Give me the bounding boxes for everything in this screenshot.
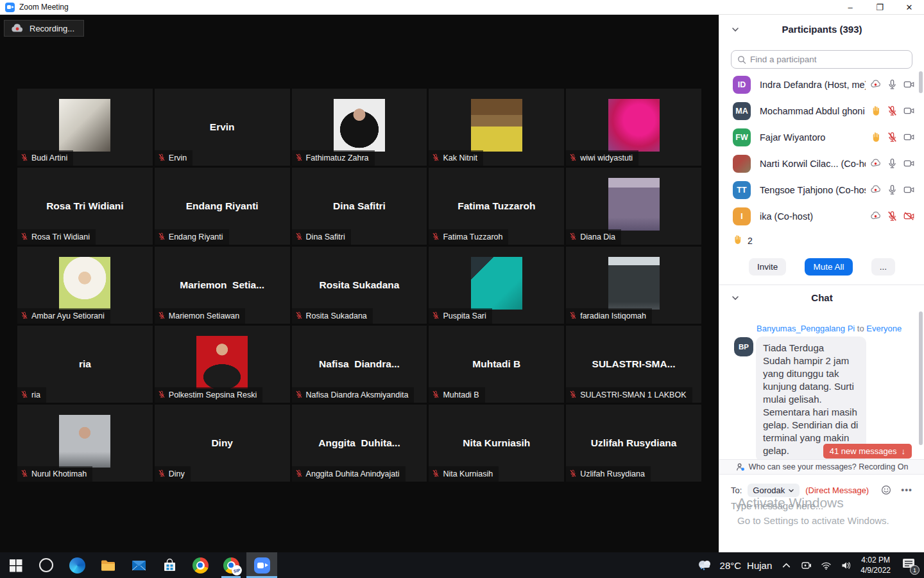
recording-indicator-button[interactable]: Recording... [4,20,84,37]
tray-chevron-up-icon[interactable] [781,560,792,571]
video-tile[interactable]: Rosa Tri WidianiRosa Tri Widiani [17,168,153,245]
video-tile[interactable]: ErvinErvin [155,89,290,166]
tile-name-text: Budi Artini [31,153,67,162]
speaker-icon[interactable] [841,560,851,571]
participant-display-name: Ervin [155,121,290,133]
participant-row[interactable]: Narti Korwil Cilac... (Co-host) [719,150,924,177]
chrome-icon [193,557,209,574]
participant-display-name: Fatima Tuzzaroh [429,200,564,212]
compose-more-icon[interactable]: ••• [901,485,912,495]
tile-name-label: Puspita Sari [429,308,492,324]
file-explorer-button[interactable] [92,552,123,578]
tile-name-text: Kak Nitnit [443,153,477,162]
mute-all-button[interactable]: Mute All [805,258,852,276]
video-tile[interactable]: Kak Nitnit [429,89,564,166]
video-tile[interactable]: Budi Artini [17,89,153,166]
cortana-button[interactable] [31,552,62,578]
recipient-dropdown[interactable]: Gorodak [748,484,800,497]
start-button[interactable] [0,552,31,578]
minimize-button[interactable]: – [835,0,865,14]
chat-sender-avatar: BP [734,337,753,356]
tile-name-label: Anggita Duhita Anindyajati [292,466,406,482]
participant-row[interactable]: FWFajar Wiyantoro [719,124,924,150]
action-center-button[interactable]: 1 [902,558,915,572]
direct-message-note: (Direct Message) [805,486,869,495]
participant-display-name: Nafisa Diandra... [292,358,427,370]
clock-widget[interactable]: 4:02 PM 4/9/2022 [860,555,891,575]
chat-panel-title: Chat [719,292,924,303]
video-tile[interactable]: Uzlifah RusydianaUzlifah Rusydiana [566,405,701,482]
video-tile[interactable]: SULASTRI-SMA...SULASTRI-SMAN 1 LAKBOK [566,326,701,403]
search-input[interactable] [750,55,906,64]
weather-widget[interactable]: 28°C Hujan [696,558,773,572]
tile-name-text: faradian Istiqomah [580,311,646,320]
close-button[interactable]: ✕ [894,0,924,14]
video-tile[interactable]: Fatima TuzzarohFatima Tuzzaroh [429,168,564,245]
invite-button[interactable]: Invite [749,258,786,276]
meet-now-icon[interactable] [801,560,812,571]
tile-name-label: wiwi widyastuti [566,150,638,166]
chrome-button[interactable] [185,552,216,578]
video-tile[interactable]: riaria [17,326,153,403]
camera-on-icon[interactable] [903,79,914,91]
mic-on-icon[interactable] [886,184,898,196]
video-tile[interactable]: Puspita Sari [429,247,564,324]
right-sidebar: Participants (393) IDIndra Defandra (Hos… [719,15,924,552]
tile-name-label: Dina Safitri [292,229,351,245]
video-tile[interactable]: DinyDiny [155,405,290,482]
new-messages-badge[interactable]: 41 new messages ↓ [823,444,912,459]
participants-more-button[interactable]: ... [871,258,895,276]
video-tile[interactable]: Anggita Duhita...Anggita Duhita Anindyaj… [292,405,427,482]
camera-on-icon[interactable] [903,105,914,117]
participants-collapse-chevron-icon[interactable] [731,25,740,34]
chrome-sip-button[interactable]: SIP [216,552,246,578]
edge-button[interactable] [62,552,92,578]
camera-on-icon[interactable] [903,158,914,170]
wifi-icon[interactable] [821,560,832,571]
participant-display-name: Anggita Duhita... [292,437,427,449]
participant-row[interactable]: MAMochammad Abdul ghoni [719,98,924,124]
mic-muted-icon [432,468,440,480]
chat-scrollbar[interactable] [919,311,923,445]
mic-muted-icon[interactable] [886,211,898,222]
mic-on-icon[interactable] [886,79,898,91]
video-tile[interactable]: faradian Istiqomah [566,247,701,324]
video-tile[interactable]: Ambar Ayu Setiorani [17,247,153,324]
video-tile[interactable]: Polkestim Sepsina Reski [155,326,290,403]
tile-name-label: Diana Dia [566,229,621,245]
participant-search[interactable] [731,50,912,69]
video-tile[interactable]: Diana Dia [566,168,701,245]
video-tile[interactable]: Nita KurniasihNita Kurniasih [429,405,564,482]
store-button[interactable] [154,552,185,578]
mic-muted-icon[interactable] [886,105,898,117]
chat-collapse-chevron-icon[interactable] [731,293,740,302]
mic-muted-icon[interactable] [886,132,898,143]
video-tile[interactable]: Fathimatuz Zahra [292,89,427,166]
tile-name-label: Ambar Ayu Setiorani [17,308,110,324]
video-tile[interactable]: Nurul Khotimah [17,405,153,482]
video-tile[interactable]: Endang RiyantiEndang Riyanti [155,168,290,245]
video-tile[interactable]: Rosita SukadanaRosita Sukadana [292,247,427,324]
participant-row[interactable]: Iika (Co-host) [719,203,924,229]
restore-button[interactable]: ❐ [865,0,894,14]
participant-row[interactable]: TTTengsoe Tjahjono (Co-host) [719,177,924,203]
camera-off-icon[interactable] [903,211,914,222]
participant-row[interactable]: IDIndra Defandra (Host, me) [719,71,924,98]
message-input[interactable] [731,500,916,511]
weather-cloud-icon [696,558,714,572]
participants-scrollbar[interactable] [919,71,923,93]
video-tile[interactable]: Dina SafitriDina Safitri [292,168,427,245]
video-tile[interactable]: Nafisa Diandra...Nafisa Diandra Aksmiyan… [292,326,427,403]
chat-privacy-note[interactable]: Who can see your messages? Recording On [719,459,924,475]
mail-button[interactable] [123,552,154,578]
video-tile[interactable]: Mariemon Setia...Mariemon Setiawan [155,247,290,324]
video-tile[interactable]: Muhtadi BMuhtadi B [429,326,564,403]
camera-on-icon[interactable] [903,132,914,143]
camera-on-icon[interactable] [903,184,914,196]
mic-on-icon[interactable] [886,158,898,170]
video-grid: Budi ArtiniErvinErvinFathimatuz ZahraKak… [17,89,701,482]
mic-muted-icon [569,231,577,243]
video-tile[interactable]: wiwi widyastuti [566,89,701,166]
emoji-icon[interactable] [881,485,891,495]
zoom-app-button[interactable] [246,552,277,578]
